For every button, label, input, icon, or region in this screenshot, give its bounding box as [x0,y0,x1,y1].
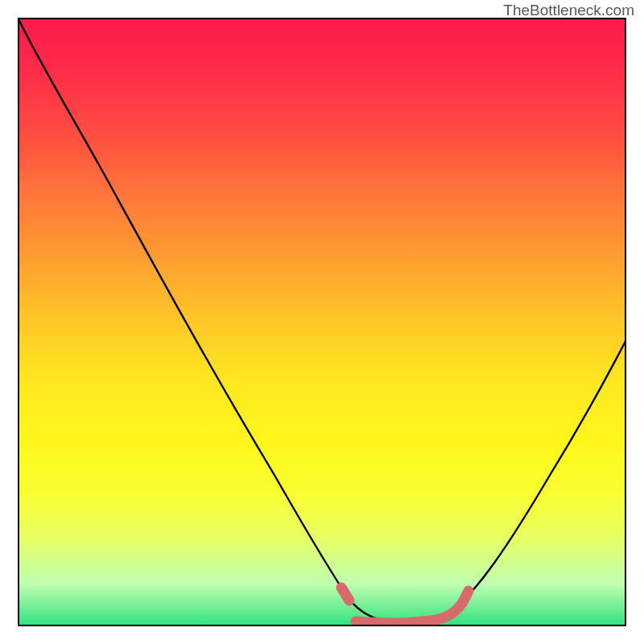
chart-container: TheBottleneck.com [0,0,644,644]
plot-background-gradient [18,18,626,626]
attribution-label: TheBottleneck.com [503,2,634,19]
